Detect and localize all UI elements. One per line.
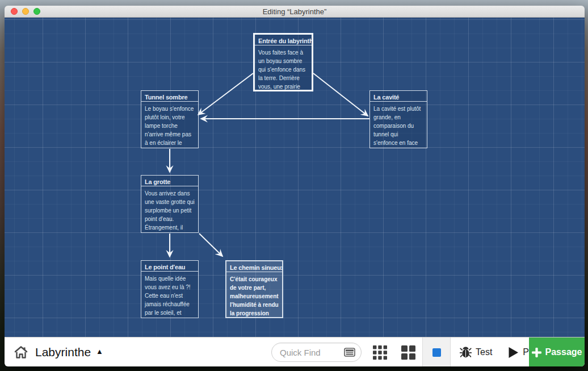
passage-excerpt: Le boyau s'enfonce plutôt loin, votre la… xyxy=(141,102,198,148)
plus-icon xyxy=(532,348,541,357)
zoom-grid-medium-button[interactable] xyxy=(394,337,422,366)
grid-2x2-icon xyxy=(401,345,415,360)
zoom-controls xyxy=(366,337,451,366)
passage-title: Entrée du labyrinthe xyxy=(255,35,312,45)
test-label: Test xyxy=(476,347,492,357)
new-passage-button[interactable]: Passage xyxy=(529,337,585,366)
fullscreen-button[interactable] xyxy=(33,8,40,15)
passage-excerpt: Vous faites face à un boyau sombre qui s… xyxy=(255,45,312,90)
passage-node[interactable]: Entrée du labyrinthe Vous faites face à … xyxy=(253,33,313,91)
link-arrow xyxy=(313,73,368,116)
passage-node[interactable]: Le point d'eau Mais quelle idée vous ave… xyxy=(141,260,199,318)
passage-excerpt: Mais quelle idée vous avez eu là ?! Cett… xyxy=(141,272,198,318)
titlebar: Editing “Labyrinthe” xyxy=(5,6,585,18)
bottom-toolbar: Labyrinthe ▲ xyxy=(5,337,585,366)
zoom-full-button[interactable] xyxy=(422,337,451,366)
new-passage-label: Passage xyxy=(545,347,582,357)
quick-find[interactable] xyxy=(271,343,362,362)
twine-window: Editing “Labyrinthe” Entrée du labyrinth… xyxy=(5,6,585,366)
traffic-lights xyxy=(11,8,40,15)
passage-title: La grotte xyxy=(141,176,198,186)
passage-title: Tunnel sombre xyxy=(141,91,198,102)
link-arrow xyxy=(199,234,222,256)
passage-excerpt: La cavité est plutôt grande, en comparai… xyxy=(370,102,427,148)
passage-node[interactable]: Tunnel sombre Le boyau s'enfonce plutôt … xyxy=(141,90,199,148)
home-button[interactable] xyxy=(14,345,28,359)
bug-icon xyxy=(460,347,472,359)
minimize-button[interactable] xyxy=(22,8,29,15)
story-title: Labyrinthe xyxy=(35,345,91,359)
close-button[interactable] xyxy=(11,8,18,15)
story-menu-button[interactable]: Labyrinthe ▲ xyxy=(35,345,103,359)
passage-title: Le chemin sinueux xyxy=(226,261,282,272)
home-icon xyxy=(14,345,28,359)
square-icon xyxy=(432,348,441,357)
passage-excerpt: Vous arrivez dans une vaste grotte qui s… xyxy=(141,186,198,232)
zoom-grid-small-button[interactable] xyxy=(366,337,394,366)
chevron-up-icon: ▲ xyxy=(96,347,103,356)
window-title: Editing “Labyrinthe” xyxy=(263,7,327,16)
passage-excerpt: C'était courageux de votre part, malheur… xyxy=(226,272,282,317)
grid-3x3-icon xyxy=(373,345,387,360)
passage-node[interactable]: Le chemin sinueux C'était courageux de v… xyxy=(225,260,283,318)
story-map-canvas[interactable]: Entrée du labyrinthe Vous faites face à … xyxy=(5,18,585,337)
passage-title: La cavité xyxy=(370,91,427,102)
quick-find-card-icon xyxy=(344,348,355,357)
test-button[interactable]: Test xyxy=(452,337,500,366)
passage-title: Le point d'eau xyxy=(141,261,198,272)
passage-node[interactable]: La grotte Vous arrivez dans une vaste gr… xyxy=(141,175,199,233)
passage-node[interactable]: La cavité La cavité est plutôt grande, e… xyxy=(369,90,427,148)
quick-find-input[interactable] xyxy=(280,348,344,357)
play-icon xyxy=(508,347,519,359)
link-arrow xyxy=(198,73,253,115)
